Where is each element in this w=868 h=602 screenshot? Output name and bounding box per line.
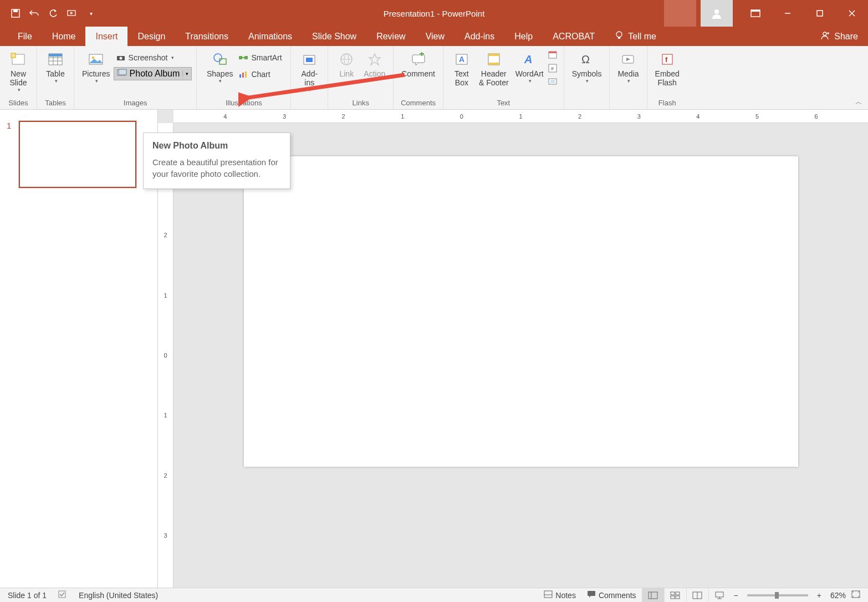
- svg-rect-22: [49, 54, 62, 57]
- tab-view[interactable]: View: [416, 27, 455, 46]
- screenshot-button[interactable]: Screenshot ▾: [114, 50, 192, 65]
- svg-point-10: [616, 32, 622, 37]
- tab-home[interactable]: Home: [42, 27, 86, 46]
- group-flash: f Embed Flash Flash: [647, 46, 687, 109]
- share-icon: [820, 30, 830, 43]
- redo-icon[interactable]: [48, 8, 59, 19]
- svg-point-3: [714, 9, 719, 14]
- tab-insert[interactable]: Insert: [85, 27, 127, 46]
- shapes-button[interactable]: Shapes ▾: [203, 48, 236, 86]
- normal-view-icon[interactable]: [642, 588, 664, 603]
- new-slide-button[interactable]: New Slide ▾: [4, 48, 32, 95]
- svg-rect-55: [550, 80, 555, 83]
- reading-view-icon[interactable]: [686, 588, 708, 603]
- zoom-level[interactable]: 62%: [825, 591, 851, 600]
- svg-text:A: A: [524, 53, 532, 65]
- svg-text:A: A: [459, 55, 464, 64]
- language-indicator[interactable]: English (United States): [79, 591, 158, 600]
- slide-counter[interactable]: Slide 1 of 1: [8, 591, 47, 600]
- table-button[interactable]: Table ▾: [42, 48, 69, 86]
- chart-button[interactable]: Chart: [236, 67, 284, 81]
- tab-design[interactable]: Design: [127, 27, 175, 46]
- chevron-down-icon[interactable]: ▾: [182, 71, 188, 76]
- user-badge: [664, 0, 696, 27]
- svg-rect-33: [239, 74, 241, 78]
- date-time-icon[interactable]: [548, 50, 558, 62]
- smartart-button[interactable]: SmartArt: [236, 50, 284, 65]
- zoom-slider[interactable]: [747, 594, 808, 596]
- object-icon[interactable]: [548, 77, 558, 88]
- canvas-area[interactable]: [173, 123, 868, 588]
- embed-flash-button[interactable]: f Embed Flash: [652, 48, 683, 89]
- comment-icon: [409, 50, 428, 68]
- comments-icon: [587, 590, 596, 600]
- svg-point-12: [823, 32, 826, 35]
- share-button[interactable]: Share: [820, 27, 858, 46]
- tab-acrobat[interactable]: ACROBAT: [543, 27, 605, 46]
- tab-slideshow[interactable]: Slide Show: [302, 27, 366, 46]
- start-from-beginning-icon[interactable]: [67, 8, 78, 19]
- svg-rect-61: [59, 591, 65, 598]
- collapse-ribbon-icon[interactable]: ︿: [855, 97, 862, 107]
- zoom-in-button[interactable]: +: [814, 588, 825, 603]
- zoom-slider-thumb[interactable]: [775, 592, 779, 599]
- svg-rect-48: [488, 63, 499, 65]
- minimize-icon[interactable]: [772, 0, 804, 27]
- media-icon: [619, 50, 637, 68]
- avatar[interactable]: [701, 0, 733, 27]
- header-footer-button[interactable]: Header & Footer: [476, 48, 512, 90]
- photo-album-button[interactable]: Photo Album ▾: [114, 67, 192, 80]
- photo-album-icon: [117, 69, 127, 79]
- qat-customize-icon[interactable]: ▾: [85, 8, 96, 19]
- svg-rect-67: [671, 592, 675, 595]
- slide-thumbnails-panel[interactable]: 1: [0, 110, 158, 588]
- slide-number-icon[interactable]: #: [548, 64, 558, 75]
- tab-file[interactable]: File: [8, 27, 42, 46]
- svg-rect-41: [412, 55, 425, 63]
- action-button[interactable]: Action: [360, 48, 389, 80]
- chevron-down-icon: ▾: [171, 55, 174, 60]
- fit-to-window-icon[interactable]: [851, 590, 860, 600]
- symbols-button[interactable]: Ω Symbols ▾: [569, 48, 605, 86]
- wordart-button[interactable]: A WordArt ▾: [512, 48, 547, 90]
- vertical-ruler[interactable]: 3 2 1 0 1 2 3: [158, 123, 173, 588]
- tooltip-title: New Photo Album: [152, 141, 281, 151]
- maximize-icon[interactable]: [804, 0, 836, 27]
- svg-rect-28: [119, 69, 126, 75]
- spellcheck-icon[interactable]: [58, 590, 68, 600]
- slide-thumbnail-1[interactable]: 1: [7, 121, 151, 188]
- chevron-down-icon: ▾: [586, 78, 589, 84]
- svg-rect-31: [239, 56, 242, 59]
- addins-button[interactable]: Add- ins ▾: [295, 48, 323, 95]
- slideshow-view-icon[interactable]: [708, 588, 731, 603]
- slide-canvas[interactable]: [244, 156, 798, 467]
- tab-help[interactable]: Help: [504, 27, 543, 46]
- tell-me[interactable]: Tell me: [605, 27, 666, 46]
- horizontal-ruler[interactable]: 4 3 2 1 0 1 2 3 4 5 6: [173, 110, 868, 123]
- media-button[interactable]: Media ▾: [614, 48, 642, 86]
- link-button[interactable]: Link: [333, 48, 360, 80]
- notes-icon: [544, 590, 553, 600]
- save-icon[interactable]: [10, 8, 21, 19]
- tab-transitions[interactable]: Transitions: [175, 27, 238, 46]
- notes-button[interactable]: Notes: [538, 588, 581, 603]
- group-links: Link Action Links: [328, 46, 394, 109]
- undo-icon[interactable]: [29, 8, 40, 19]
- ribbon-display-options-icon[interactable]: [739, 0, 772, 27]
- svg-rect-64: [588, 591, 595, 596]
- textbox-button[interactable]: A Text Box: [448, 48, 476, 90]
- tab-addins[interactable]: Add-ins: [455, 27, 504, 46]
- comment-button[interactable]: Comment: [398, 48, 438, 80]
- pictures-button[interactable]: Pictures ▾: [79, 48, 114, 86]
- smartart-icon: [238, 53, 248, 63]
- tab-animations[interactable]: Animations: [238, 27, 302, 46]
- tab-review[interactable]: Review: [366, 27, 415, 46]
- textbox-icon: A: [452, 50, 471, 68]
- svg-rect-37: [306, 58, 313, 62]
- slide-sorter-view-icon[interactable]: [664, 588, 686, 603]
- svg-rect-62: [544, 591, 552, 598]
- close-icon[interactable]: [836, 0, 868, 27]
- thumbnail-preview[interactable]: [19, 121, 136, 188]
- comments-button[interactable]: Comments: [581, 588, 642, 603]
- zoom-out-button[interactable]: −: [731, 588, 742, 603]
